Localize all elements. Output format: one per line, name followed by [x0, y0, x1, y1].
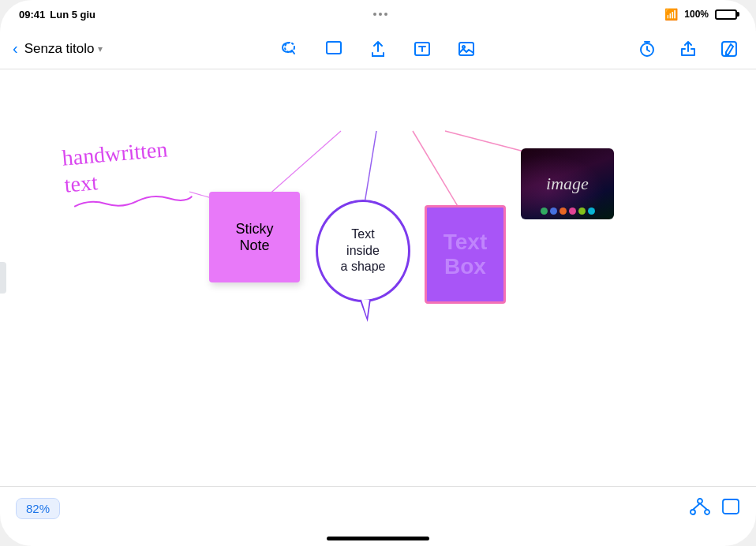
text-box-line2: Box	[444, 254, 486, 279]
toolbar: ‹ Senza titolo ▾	[0, 28, 756, 69]
image-box[interactable]: image	[521, 148, 614, 219]
sticky-note-text: StickyNote	[235, 221, 273, 254]
upload-button[interactable]	[364, 35, 392, 63]
image-insert-button[interactable]	[452, 35, 481, 63]
toolbar-center	[275, 35, 481, 63]
status-dots	[373, 13, 387, 16]
sticky-note[interactable]: StickyNote	[209, 192, 300, 282]
handwritten-line1: handwritten	[61, 136, 168, 170]
svg-point-4	[462, 46, 465, 48]
zoom-badge[interactable]: 82%	[16, 498, 60, 519]
hierarchy-button[interactable]	[690, 498, 710, 519]
bottom-bar: 82%	[0, 486, 756, 530]
svg-rect-1	[327, 42, 341, 54]
insert-shape-button[interactable]	[320, 35, 348, 63]
status-time: 09:41	[19, 9, 45, 21]
svg-point-12	[698, 499, 702, 503]
text-box[interactable]: Text Box	[425, 205, 506, 304]
battery-percent: 100%	[684, 9, 709, 20]
status-right: 📶 100%	[664, 8, 737, 21]
svg-point-14	[705, 510, 709, 514]
svg-point-13	[691, 510, 695, 514]
speech-bubble: Textinsidea shape	[316, 200, 410, 302]
document-title[interactable]: Senza titolo ▾	[24, 41, 103, 57]
timer-button[interactable]	[633, 35, 661, 63]
status-bar: 09:41 Lun 5 giu 📶 100%	[0, 0, 756, 28]
svg-line-16	[700, 503, 707, 510]
left-edge-handle	[0, 262, 6, 294]
canvas: handwritten text StickyNote Textinsidea …	[0, 69, 756, 486]
text-box-line1: Text	[443, 230, 488, 254]
svg-rect-3	[459, 43, 473, 55]
edit-button[interactable]	[715, 35, 743, 63]
back-button[interactable]: ‹	[13, 39, 18, 58]
share-button[interactable]	[674, 35, 702, 63]
lasso-tool-button[interactable]	[275, 35, 304, 63]
speech-bubble-text: Textinsidea shape	[341, 226, 386, 275]
text-box-content: Text Box	[443, 230, 488, 279]
battery-icon	[715, 9, 737, 20]
text-insert-button[interactable]	[408, 35, 436, 63]
handwritten-text: handwritten text	[61, 136, 170, 198]
svg-line-15	[693, 503, 700, 510]
toolbar-right	[633, 35, 743, 63]
title-chevron: ▾	[98, 43, 103, 54]
svg-rect-17	[723, 499, 739, 514]
speech-bubble-container[interactable]: Textinsidea shape	[316, 200, 410, 302]
status-date: Lun 5 giu	[50, 9, 95, 21]
title-text: Senza titolo	[24, 41, 95, 57]
page-view-button[interactable]	[721, 498, 740, 519]
wifi-icon: 📶	[664, 8, 678, 21]
bottom-right-icons	[690, 498, 740, 519]
home-bar	[0, 530, 756, 546]
home-indicator	[327, 537, 429, 540]
image-text: image	[546, 174, 589, 194]
handwritten-line2: text	[63, 170, 99, 197]
